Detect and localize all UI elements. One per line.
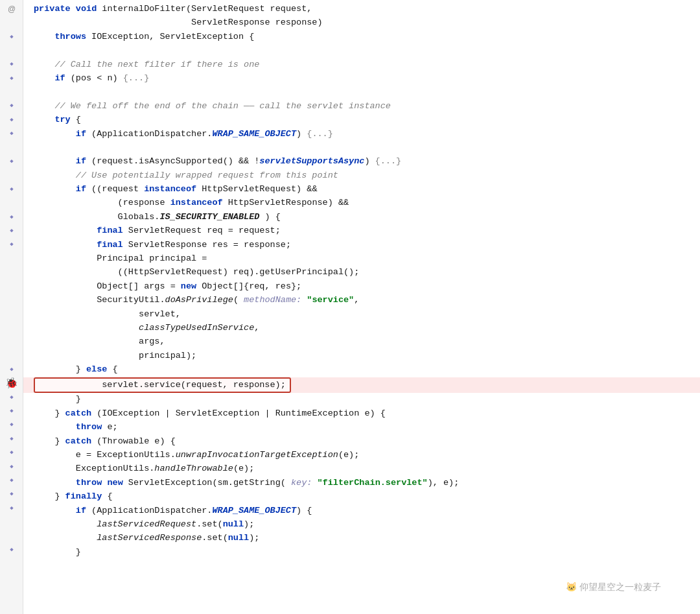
code-line-30: } catch (IOException | ServletException … xyxy=(23,407,700,421)
code-line-36: } finally { xyxy=(23,490,700,504)
code-line-16: Globals.IS_SECURITY_ENABLED ) { xyxy=(23,211,700,224)
code-line-37: if (ApplicationDispatcher.WRAP_SAME_OBJE… xyxy=(23,504,700,518)
gutter-row-37: ◆ xyxy=(0,502,23,515)
gutter-row-38 xyxy=(0,515,23,529)
gutter-row-7 xyxy=(0,86,23,99)
gutter-row-11 xyxy=(0,141,23,155)
code-line-8: // We fell off the end of the chain —— c… xyxy=(23,100,700,113)
code-line-39: lastServicedResponse.set(null); xyxy=(23,532,700,545)
gutter-row-1: @ xyxy=(0,3,23,16)
code-line-25: args, xyxy=(23,335,700,349)
gutter-row-22 xyxy=(0,294,23,307)
gutter-row-40: ◆ xyxy=(0,543,23,557)
gutter-row-18: ◆ xyxy=(0,239,23,252)
code-line-40: } xyxy=(23,546,700,560)
gutter-row-29: ◆ xyxy=(0,391,23,405)
code-line-20: ((HttpServletRequest) req).getUserPrinci… xyxy=(23,266,700,279)
gutter-row-20 xyxy=(0,266,23,279)
gutter-row-33: ◆ xyxy=(0,447,23,460)
code-line-13: // Use potentially wrapped request from … xyxy=(23,169,700,183)
code-line-31: throw e; xyxy=(23,421,700,434)
gutter-row-10: ◆ xyxy=(0,128,23,141)
gutter-row-39 xyxy=(0,530,23,543)
gutter-row-36: ◆ xyxy=(0,488,23,502)
code-line-34: ExceptionUtils.handleThrowable(e); xyxy=(23,462,700,476)
code-line-33: e = ExceptionUtils.unwrapInvocationTarge… xyxy=(23,449,700,462)
code-line-9: try { xyxy=(23,113,700,127)
code-line-14: if ((request instanceof HttpServletReque… xyxy=(23,183,700,196)
gutter-row-23 xyxy=(0,308,23,322)
gutter-row-2 xyxy=(0,16,23,30)
code-line-21: Object[] args = new Object[]{req, res}; xyxy=(23,280,700,294)
code-area: private void internalDoFilter(ServletReq… xyxy=(23,0,700,614)
gutter-row-12: ◆ xyxy=(0,155,23,169)
code-line-23: servlet, xyxy=(23,308,700,322)
code-line-1: private void internalDoFilter(ServletReq… xyxy=(23,3,700,16)
gutter-row-25 xyxy=(0,335,23,349)
code-line-24: classTypeUsedInService, xyxy=(23,322,700,335)
code-line-10: if (ApplicationDispatcher.WRAP_SAME_OBJE… xyxy=(23,128,700,141)
code-line-6: if (pos < n) {...} xyxy=(23,72,700,86)
code-line-5: // Call the next filter if there is one xyxy=(23,58,700,72)
gutter-row-28: 🐞 xyxy=(0,377,23,391)
gutter-row-5: ◆ xyxy=(0,58,23,72)
gutter-row-34: ◆ xyxy=(0,460,23,474)
gutter-row-27: ◆ xyxy=(0,363,23,377)
gutter-row-19 xyxy=(0,252,23,266)
code-line-27: } else { xyxy=(23,363,700,377)
gutter-row-15 xyxy=(0,196,23,210)
code-line-12: if (request.isAsyncSupported() && !servl… xyxy=(23,155,700,169)
gutter-row-30: ◆ xyxy=(0,405,23,418)
gutter-row-9: ◆ xyxy=(0,113,23,127)
gutter-row-17: ◆ xyxy=(0,224,23,238)
code-line-2: ServletResponse response) xyxy=(23,16,700,30)
code-line-35: throw new ServletException(sm.getString(… xyxy=(23,477,700,490)
code-line-7 xyxy=(23,86,700,99)
gutter-row-21 xyxy=(0,280,23,294)
gutter-row-32: ◆ xyxy=(0,432,23,446)
gutter-row-6: ◆ xyxy=(0,72,23,86)
code-line-17: final ServletRequest req = request; xyxy=(23,224,700,238)
code-line-28: servlet.service(request, response); xyxy=(23,377,700,394)
code-line-26: principal); xyxy=(23,349,700,363)
gutter-row-24 xyxy=(0,322,23,335)
code-line-3: throws IOException, ServletException { xyxy=(23,30,700,44)
gutter-row-31: ◆ xyxy=(0,419,23,432)
code-line-4 xyxy=(23,44,700,58)
code-line-15: (response instanceof HttpServletResponse… xyxy=(23,196,700,210)
code-line-32: } catch (Throwable e) { xyxy=(23,435,700,449)
gutter-row-26 xyxy=(0,349,23,363)
gutter-row-14: ◆ xyxy=(0,183,23,196)
gutter-row-13 xyxy=(0,169,23,183)
gutter-row-35: ◆ xyxy=(0,474,23,488)
code-line-22: SecurityUtil.doAsPrivilege( methodName: … xyxy=(23,294,700,307)
editor-gutter: @◆◆◆◆◆◆◆◆◆◆◆◆🐞◆◆◆◆◆◆◆◆◆◆ xyxy=(0,0,23,614)
code-line-18: final ServletResponse res = response; xyxy=(23,239,700,252)
code-line-19: Principal principal = xyxy=(23,252,700,266)
gutter-row-4 xyxy=(0,44,23,58)
gutter-row-8: ◆ xyxy=(0,100,23,113)
gutter-row-3: ◆ xyxy=(0,30,23,44)
code-line-29: } xyxy=(23,393,700,407)
gutter-row-16: ◆ xyxy=(0,211,23,224)
code-line-11 xyxy=(23,141,700,155)
code-line-38: lastServicedRequest.set(null); xyxy=(23,518,700,532)
